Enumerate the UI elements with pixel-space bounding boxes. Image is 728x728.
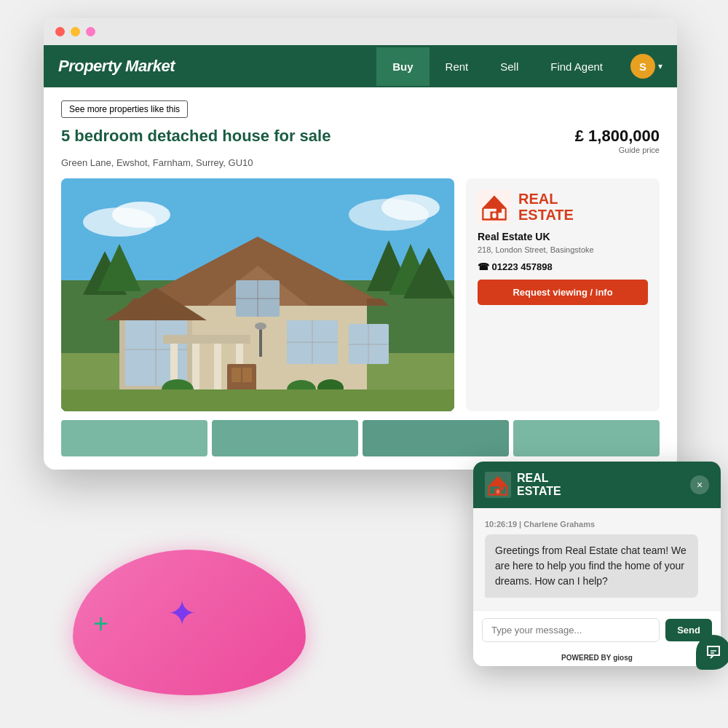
price-label: Guide price: [575, 146, 660, 154]
navbar: Property Market Buy Rent Sell Find Agent…: [44, 45, 677, 87]
nav-sell[interactable]: Sell: [484, 47, 534, 86]
star-decoration: ✦: [167, 596, 197, 631]
avatar-chevron-icon: ▾: [658, 61, 662, 71]
thumbnail-4[interactable]: [513, 420, 660, 456]
nav-find-agent[interactable]: Find Agent: [534, 47, 619, 86]
svg-rect-45: [61, 389, 454, 411]
chat-timestamp: 10:26:19 | Charlene Grahams: [485, 520, 709, 529]
minimize-dot[interactable]: [71, 27, 80, 36]
agent-address: 218, London Street, Basingstoke: [478, 245, 648, 254]
chat-message-bubble: Greetings from Real Estate chat team! We…: [485, 534, 698, 598]
svg-rect-50: [496, 207, 502, 213]
user-avatar[interactable]: S: [630, 54, 655, 79]
agent-logo-icon: [478, 190, 511, 223]
chat-widget: REAL ESTATE × 10:26:19 | Charlene Graham…: [473, 462, 721, 666]
chat-header: REAL ESTATE ×: [473, 462, 721, 508]
chat-header-logo: REAL ESTATE: [485, 472, 561, 498]
svg-rect-28: [214, 339, 221, 397]
thumbnail-2[interactable]: [212, 420, 358, 456]
chat-brand: giosg: [613, 654, 633, 662]
thumbnail-strip: [61, 420, 660, 456]
chat-message-input[interactable]: [482, 618, 660, 642]
property-title: 5 bedroom detached house for sale: [61, 127, 331, 146]
svg-rect-59: [496, 489, 499, 494]
property-address: Green Lane, Ewshot, Farnham, Surrey, GU1…: [61, 157, 660, 168]
svg-rect-51: [492, 213, 496, 218]
svg-rect-32: [232, 368, 241, 382]
chat-close-button[interactable]: ×: [690, 475, 709, 494]
chat-powered-by: POWERED BY giosg: [473, 649, 721, 666]
svg-rect-40: [259, 328, 262, 357]
price-value: £ 1,800,000: [575, 127, 660, 146]
content-row: REAL ESTATE Real Estate UK 218, London S…: [61, 178, 660, 411]
agent-card: REAL ESTATE Real Estate UK 218, London S…: [466, 178, 660, 411]
agent-phone: ☎ 01223 457898: [478, 261, 648, 272]
price-block: £ 1,800,000 Guide price: [575, 127, 660, 154]
thumbnail-3[interactable]: [363, 420, 509, 456]
nav-links: Buy Rent Sell Find Agent: [376, 47, 619, 86]
thumbnail-1[interactable]: [61, 420, 207, 456]
nav-brand[interactable]: Property Market: [58, 57, 376, 76]
request-viewing-button[interactable]: Request viewing / info: [478, 280, 648, 305]
property-photo: [61, 178, 454, 411]
browser-window: Property Market Buy Rent Sell Find Agent…: [44, 18, 677, 470]
agent-logo-text: REAL ESTATE: [518, 191, 574, 223]
nav-buy[interactable]: Buy: [376, 47, 429, 86]
browser-chrome: [44, 18, 677, 45]
chat-logo-icon: [485, 472, 511, 498]
chat-float-button[interactable]: [696, 635, 728, 670]
svg-point-4: [381, 194, 440, 221]
svg-point-2: [112, 202, 170, 228]
chat-input-area: Send: [473, 610, 721, 649]
property-header: 5 bedroom detached house for sale £ 1,80…: [61, 127, 660, 154]
plus-decoration: +: [93, 611, 108, 637]
agent-logo-row: REAL ESTATE: [478, 190, 648, 223]
svg-rect-58: [499, 486, 504, 490]
property-image: [61, 178, 454, 411]
chat-body: 10:26:19 | Charlene Grahams Greetings fr…: [473, 508, 721, 610]
svg-rect-30: [163, 335, 250, 344]
see-more-button[interactable]: See more properties like this: [61, 100, 188, 118]
chat-logo-text: REAL ESTATE: [517, 472, 561, 497]
nav-rent[interactable]: Rent: [430, 47, 485, 86]
close-dot[interactable]: [55, 27, 65, 36]
maximize-dot[interactable]: [86, 27, 95, 36]
page-content: See more properties like this 5 bedroom …: [44, 87, 677, 470]
svg-point-41: [255, 323, 266, 330]
agent-company-name: Real Estate UK: [478, 231, 648, 242]
svg-rect-33: [242, 368, 252, 382]
